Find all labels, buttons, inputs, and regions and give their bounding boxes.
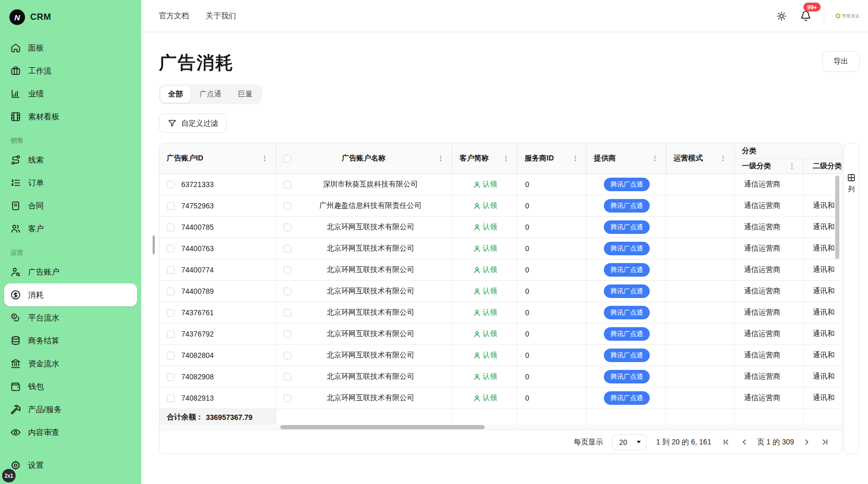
- sidebar-item-products-services[interactable]: 产品/服务: [4, 398, 137, 421]
- cell-provider: 腾讯广点通: [587, 238, 666, 259]
- export-button[interactable]: 导出: [822, 51, 860, 72]
- column-header-category-level1[interactable]: 一级分类: [735, 159, 803, 173]
- row-checkbox[interactable]: [283, 245, 291, 253]
- sidebar-item-dashboard[interactable]: 面板: [4, 36, 137, 59]
- row-checkbox[interactable]: [167, 373, 175, 381]
- claim-link[interactable]: 认领: [473, 329, 498, 339]
- next-page-button[interactable]: [801, 437, 812, 448]
- row-checkbox[interactable]: [283, 224, 291, 231]
- row-checkbox[interactable]: [283, 266, 291, 274]
- cell-provider: 腾讯广点通: [587, 259, 666, 280]
- sidebar-item-wallet[interactable]: 钱包: [4, 375, 137, 398]
- link-about-us[interactable]: 关于我们: [206, 11, 236, 21]
- column-menu-icon[interactable]: [571, 154, 580, 163]
- row-checkbox[interactable]: [167, 309, 175, 317]
- last-page-button[interactable]: [820, 437, 830, 448]
- vertical-scrollbar-thumb[interactable]: [835, 176, 839, 259]
- notifications-button[interactable]: 99+: [799, 9, 812, 22]
- column-menu-icon[interactable]: [436, 154, 445, 163]
- total-balance: 合计余额： 336957367.79: [159, 409, 276, 424]
- row-checkbox[interactable]: [167, 224, 175, 231]
- sidebar-item-contracts[interactable]: 合同: [4, 194, 137, 217]
- tab-juliang[interactable]: 巨量: [230, 86, 261, 103]
- cell-service-provider-id: 0: [517, 217, 587, 238]
- first-page-button[interactable]: [721, 437, 731, 448]
- column-header-client-short-name[interactable]: 客户简称: [452, 143, 517, 173]
- sidebar-item-material-board[interactable]: 素材看板: [4, 105, 137, 128]
- person-icon: [473, 309, 481, 317]
- sidebar-item-capital-flow[interactable]: 资金流水: [4, 352, 137, 375]
- select-all-checkbox[interactable]: [283, 155, 291, 163]
- sidebar-item-ad-accounts[interactable]: 广告账户: [4, 260, 137, 283]
- claim-link[interactable]: 认领: [473, 372, 498, 381]
- column-menu-icon[interactable]: [787, 162, 797, 171]
- claim-link[interactable]: 认领: [473, 393, 498, 403]
- app-logo[interactable]: N CRM: [4, 7, 137, 36]
- cell-provider: 腾讯广点通: [587, 281, 666, 302]
- sidebar-item-workflow[interactable]: 工作流: [4, 59, 137, 82]
- row-checkbox[interactable]: [283, 330, 291, 338]
- per-page-select[interactable]: 20: [612, 435, 647, 450]
- claim-link[interactable]: 认领: [473, 180, 498, 189]
- column-header-service-provider-id[interactable]: 服务商ID: [517, 143, 587, 173]
- cell-ad-account-name: 北京环网互联技术有限公司: [276, 302, 452, 323]
- row-checkbox[interactable]: [167, 288, 175, 295]
- row-checkbox[interactable]: [283, 181, 291, 189]
- sidebar-item-customers[interactable]: 客户: [4, 217, 137, 240]
- custom-filter-button[interactable]: 自定义过滤: [159, 114, 227, 133]
- claim-link[interactable]: 认领: [473, 287, 498, 296]
- sidebar-item-label: 面板: [28, 43, 44, 53]
- horizontal-scrollbar-thumb[interactable]: [280, 425, 485, 429]
- column-menu-icon[interactable]: [650, 154, 660, 163]
- ad-account-name-value: 北京环网互联技术有限公司: [295, 351, 445, 360]
- column-header-ad-account-id[interactable]: 广告账户ID: [159, 143, 276, 173]
- column-header-operation-mode[interactable]: 运营模式: [666, 143, 735, 173]
- claim-link[interactable]: 认领: [473, 244, 498, 253]
- row-checkbox[interactable]: [167, 330, 175, 338]
- column-menu-icon[interactable]: [260, 154, 269, 163]
- row-checkbox[interactable]: [167, 202, 175, 210]
- row-checkbox[interactable]: [167, 394, 175, 402]
- column-header-provider[interactable]: 提供商: [587, 143, 666, 173]
- provider-badge: 腾讯广点通: [604, 391, 650, 405]
- table-header: 广告账户ID 广告账户名称 客户简称: [159, 143, 842, 174]
- column-header-ad-account-name[interactable]: 广告账户名称: [276, 143, 452, 173]
- row-checkbox[interactable]: [167, 181, 175, 189]
- column-menu-icon[interactable]: [718, 154, 728, 163]
- row-checkbox[interactable]: [167, 245, 175, 253]
- sidebar-item-consumption[interactable]: 消耗: [4, 283, 137, 306]
- sidebar-item-content-review[interactable]: 内容审查: [4, 421, 137, 444]
- row-checkbox[interactable]: [283, 394, 291, 402]
- link-official-docs[interactable]: 官方文档: [159, 11, 189, 21]
- row-checkbox[interactable]: [167, 266, 175, 274]
- dev-tools-badge[interactable]: 2x1: [2, 469, 16, 482]
- prev-page-button[interactable]: [739, 437, 750, 448]
- claim-link[interactable]: 认领: [473, 265, 498, 275]
- claim-link[interactable]: 认领: [473, 201, 498, 210]
- sidebar-item-business-settlement[interactable]: 商务结算: [4, 329, 137, 352]
- column-header-category-level2[interactable]: 二级分类: [803, 159, 842, 173]
- row-checkbox[interactable]: [283, 288, 291, 295]
- tab-all[interactable]: 全部: [160, 86, 191, 103]
- film-icon: [10, 111, 21, 122]
- sidebar-item-orders[interactable]: 订单: [4, 171, 137, 194]
- row-checkbox[interactable]: [283, 202, 291, 210]
- cell-category-level1: 通信运营商: [735, 174, 803, 195]
- sidebar-item-platform-flow[interactable]: 平台流水: [4, 306, 137, 329]
- claim-link[interactable]: 认领: [473, 308, 498, 317]
- theme-toggle-button[interactable]: [775, 10, 788, 22]
- sidebar-item-leads[interactable]: 线索: [4, 148, 137, 171]
- column-menu-icon[interactable]: [501, 154, 511, 163]
- sidebar-item-label: 钱包: [28, 382, 44, 392]
- claim-link[interactable]: 认领: [473, 222, 498, 232]
- sidebar-item-performance[interactable]: 业绩: [4, 82, 137, 105]
- tab-guangdiantong[interactable]: 广点通: [192, 86, 229, 103]
- column-settings-panel[interactable]: 列: [844, 143, 859, 454]
- claim-link[interactable]: 认领: [473, 351, 498, 360]
- row-checkbox[interactable]: [283, 309, 291, 317]
- row-checkbox[interactable]: [167, 352, 175, 359]
- row-checkbox[interactable]: [283, 352, 291, 359]
- row-checkbox[interactable]: [283, 373, 291, 381]
- sidebar-item-settings[interactable]: 设置: [4, 454, 137, 477]
- table-row: 74082913 北京环网互联技术有限公司: [159, 388, 842, 409]
